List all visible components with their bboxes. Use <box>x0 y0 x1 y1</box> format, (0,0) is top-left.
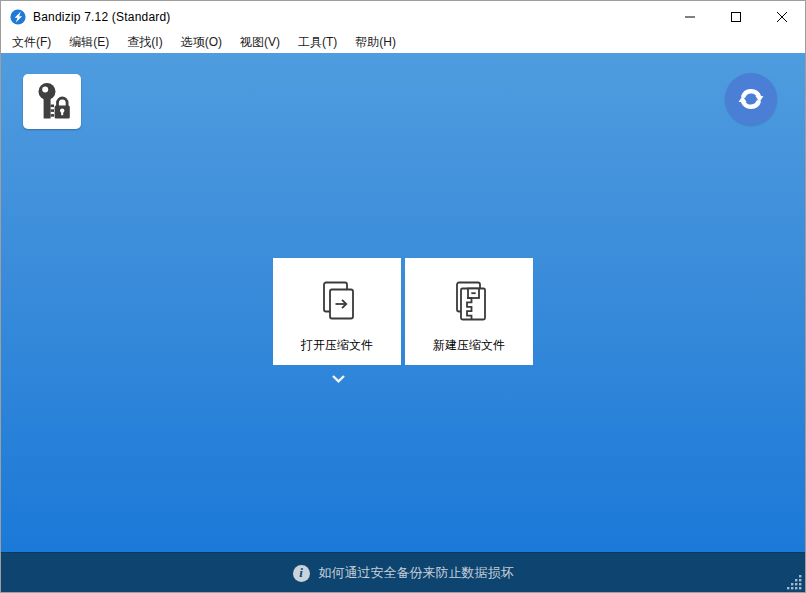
menu-bar: 文件(F) 编辑(E) 查找(I) 选项(O) 视图(V) 工具(T) 帮助(H… <box>1 32 805 53</box>
info-icon: i <box>293 565 310 582</box>
sync-icon <box>736 84 766 114</box>
bandizip-window: Bandizip 7.12 (Standard) 文件(F) 编辑(E) 查找(… <box>0 0 806 593</box>
status-tip-link[interactable]: 如何通过安全备份来防止数据损坏 <box>319 564 514 582</box>
key-lock-icon <box>30 81 74 123</box>
minimize-button[interactable] <box>667 1 713 32</box>
new-archive-icon <box>443 276 495 330</box>
menu-find[interactable]: 查找(I) <box>118 32 171 54</box>
bandizip-logo-icon <box>10 9 26 25</box>
menu-help[interactable]: 帮助(H) <box>346 32 405 54</box>
minimize-icon <box>685 12 695 22</box>
status-bar: i 如何通过安全备份来防止数据损坏 <box>1 552 805 593</box>
quick-actions: 打开压缩文件 新建压缩文件 <box>1 258 805 365</box>
resize-grip[interactable] <box>787 575 802 590</box>
password-manager-button[interactable] <box>23 74 81 129</box>
chevron-down-icon <box>331 374 346 384</box>
menu-file[interactable]: 文件(F) <box>3 32 60 54</box>
open-archive-label: 打开压缩文件 <box>301 337 373 354</box>
menu-edit[interactable]: 编辑(E) <box>60 32 118 54</box>
menu-view[interactable]: 视图(V) <box>231 32 289 54</box>
more-options-button[interactable] <box>329 373 347 385</box>
new-archive-button[interactable]: 新建压缩文件 <box>405 258 533 365</box>
menu-options[interactable]: 选项(O) <box>172 32 231 54</box>
open-archive-button[interactable]: 打开压缩文件 <box>273 258 401 365</box>
close-button[interactable] <box>759 1 805 32</box>
main-area: 打开压缩文件 新建压缩文件 <box>1 53 805 552</box>
title-bar: Bandizip 7.12 (Standard) <box>1 1 805 32</box>
maximize-icon <box>731 12 741 22</box>
maximize-button[interactable] <box>713 1 759 32</box>
close-icon <box>777 12 787 22</box>
menu-tools[interactable]: 工具(T) <box>289 32 346 54</box>
window-title: Bandizip 7.12 (Standard) <box>33 10 171 24</box>
new-archive-label: 新建压缩文件 <box>433 337 505 354</box>
refresh-button[interactable] <box>725 73 777 125</box>
open-archive-icon <box>311 276 363 330</box>
